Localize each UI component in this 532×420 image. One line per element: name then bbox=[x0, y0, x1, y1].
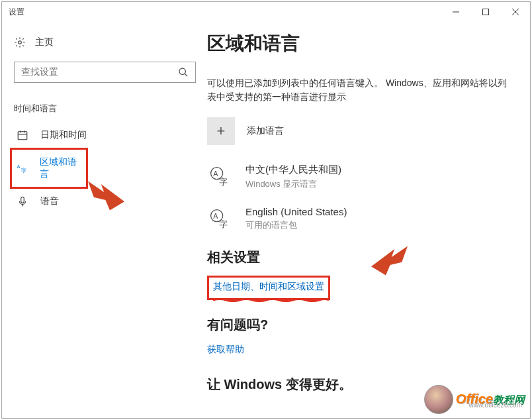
svg-text:字: 字 bbox=[219, 177, 228, 187]
nav-label: 语音 bbox=[40, 195, 59, 207]
window-title: 设置 bbox=[9, 7, 24, 18]
search-input[interactable]: 查找设置 bbox=[14, 62, 196, 83]
watermark-url: www.office26.com bbox=[469, 401, 522, 409]
svg-text:A: A bbox=[17, 164, 21, 170]
avatar bbox=[424, 385, 453, 414]
minimize-button[interactable] bbox=[441, 2, 470, 22]
svg-marker-22 bbox=[371, 246, 408, 276]
annotation-arrow-icon bbox=[88, 181, 124, 211]
language-az-icon: A字 bbox=[16, 162, 28, 174]
language-name: English (United States) bbox=[245, 206, 347, 217]
titlebar: 设置 bbox=[2, 2, 530, 22]
description: 可以使用已添加到列表中的任何语言键入。 Windows、应用和网站将以列表中受支… bbox=[207, 76, 510, 104]
svg-rect-1 bbox=[482, 9, 488, 15]
nav-label: 区域和语言 bbox=[40, 156, 83, 180]
svg-point-4 bbox=[19, 41, 22, 44]
get-help-link[interactable]: 获取帮助 bbox=[207, 344, 244, 354]
home-link[interactable]: 主页 bbox=[14, 36, 189, 48]
main-content: 区域和语言 可以使用已添加到列表中的任何语言键入。 Windows、应用和网站将… bbox=[200, 22, 530, 418]
svg-rect-13 bbox=[21, 197, 24, 203]
svg-text:字: 字 bbox=[219, 219, 228, 229]
page-title: 区域和语言 bbox=[207, 31, 510, 56]
svg-point-5 bbox=[179, 68, 185, 74]
question-heading: 有问题吗? bbox=[207, 316, 510, 334]
related-heading: 相关设置 bbox=[207, 248, 510, 266]
svg-text:字: 字 bbox=[21, 168, 26, 174]
sidebar: 主页 查找设置 时间和语言 日期和时间 A字 区域和语言 语音 bbox=[2, 22, 200, 418]
language-subtext: 可用的语言包 bbox=[245, 219, 347, 231]
svg-rect-7 bbox=[18, 132, 27, 140]
svg-text:A: A bbox=[213, 170, 218, 178]
svg-text:A: A bbox=[213, 212, 218, 220]
nav-date-time[interactable]: 日期和时间 bbox=[14, 123, 189, 148]
language-item-en[interactable]: A字 English (United States) 可用的语言包 bbox=[207, 206, 510, 233]
language-name: 中文(中华人民共和国) bbox=[245, 164, 341, 176]
svg-marker-21 bbox=[88, 182, 124, 211]
search-icon bbox=[178, 67, 189, 78]
search-placeholder: 查找设置 bbox=[21, 66, 58, 78]
gear-icon bbox=[14, 36, 26, 48]
underline-annotation bbox=[213, 293, 329, 297]
calendar-icon bbox=[17, 129, 28, 141]
language-subtext: Windows 显示语言 bbox=[245, 178, 341, 190]
svg-line-6 bbox=[185, 74, 187, 76]
home-label: 主页 bbox=[35, 36, 54, 48]
language-item-zh[interactable]: A字 中文(中华人民共和国) Windows 显示语言 bbox=[207, 164, 510, 190]
highlight-box: 其他日期、时间和区域设置 bbox=[207, 276, 330, 300]
add-language-label: 添加语言 bbox=[247, 125, 284, 137]
close-button[interactable] bbox=[500, 2, 530, 22]
nav-label: 日期和时间 bbox=[40, 129, 87, 141]
language-glyph-icon: A字 bbox=[207, 206, 234, 233]
nav-region-language[interactable]: A字 区域和语言 bbox=[10, 148, 88, 189]
watermark: Office教程网 www.office26.com bbox=[424, 385, 525, 414]
plus-icon: + bbox=[207, 117, 235, 145]
language-glyph-icon: A字 bbox=[207, 164, 234, 190]
maximize-button[interactable] bbox=[470, 2, 500, 22]
add-language-button[interactable]: + 添加语言 bbox=[207, 117, 510, 145]
related-settings-link[interactable]: 其他日期、时间和区域设置 bbox=[213, 281, 324, 291]
section-label: 时间和语言 bbox=[14, 103, 189, 115]
annotation-arrow-icon bbox=[371, 246, 408, 276]
microphone-icon bbox=[17, 195, 28, 207]
